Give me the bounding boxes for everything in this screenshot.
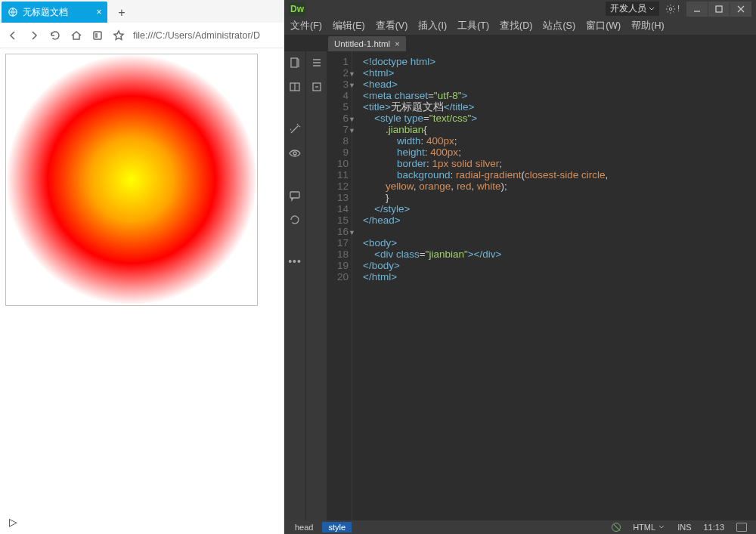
dreamweaver-window: Dw 开发人员 ! 文件(F)编辑(E)查看(V)插入(I)工具(T)查找(D)… — [284, 0, 756, 534]
browser-tabbar: 无标题文档 × + — [0, 0, 284, 23]
status-ins[interactable]: INS — [673, 523, 696, 532]
browser-page: ▷ — [0, 48, 284, 534]
menu-item[interactable]: 文件(F) — [290, 20, 322, 32]
menu-item[interactable]: 查找(D) — [500, 20, 532, 32]
gradient-box — [5, 54, 258, 306]
file-tab[interactable]: Untitled-1.html × — [328, 36, 406, 51]
back-button[interactable] — [6, 29, 20, 42]
browser-toolbar: file:///C:/Users/Administrator/D — [0, 23, 284, 48]
browser-window: 无标题文档 × + file:///C:/Users/Administrator… — [0, 0, 284, 534]
reload-button[interactable] — [48, 29, 62, 42]
star-icon[interactable] — [112, 29, 125, 42]
browser-tab-title: 无标题文档 — [23, 6, 68, 19]
home-button[interactable] — [70, 29, 83, 42]
dev-cursor-icon: ▷ — [9, 516, 17, 528]
list-icon[interactable] — [310, 56, 324, 69]
file-tab-label: Untitled-1.html — [334, 39, 390, 48]
file-tabs: Untitled-1.html × — [284, 35, 756, 51]
status-pos: 11:13 — [699, 523, 729, 532]
globe-icon — [8, 7, 18, 17]
file-tab-close-icon[interactable]: × — [395, 39, 399, 48]
url-text[interactable]: file:///C:/Users/Administrator/D — [133, 30, 260, 41]
menu-item[interactable]: 工具(T) — [457, 20, 489, 32]
forward-button[interactable] — [27, 29, 41, 42]
more-tools-icon[interactable]: ••• — [288, 255, 302, 267]
workspace-switcher[interactable]: 开发人员 — [606, 2, 659, 16]
browser-tab[interactable]: 无标题文档 × — [2, 2, 107, 23]
reader-button[interactable] — [91, 29, 104, 42]
svg-rect-4 — [291, 58, 297, 67]
new-tab-button[interactable]: + — [112, 3, 132, 23]
status-errors-icon[interactable] — [607, 523, 625, 532]
eye-icon[interactable] — [288, 147, 302, 160]
dw-titlebar: Dw 开发人员 ! — [284, 0, 756, 17]
svg-point-2 — [669, 8, 672, 11]
crumb-style[interactable]: style — [322, 522, 352, 532]
menubar: 文件(F)编辑(E)查看(V)插入(I)工具(T)查找(D)站点(S)窗口(W)… — [284, 17, 756, 35]
wand-icon[interactable] — [288, 122, 302, 136]
dw-logo-icon: Dw — [289, 2, 305, 16]
menu-item[interactable]: 窗口(W) — [586, 20, 621, 32]
menu-item[interactable]: 编辑(E) — [333, 20, 365, 32]
code-editor[interactable]: 12▼3▼456▼7▼8910111213141516▼17181920 <!d… — [327, 51, 756, 520]
split-icon[interactable] — [288, 80, 302, 94]
gutter: 12▼3▼456▼7▼8910111213141516▼17181920 — [327, 51, 352, 520]
svg-point-6 — [293, 152, 296, 155]
refresh-icon[interactable] — [288, 213, 302, 227]
svg-rect-3 — [716, 6, 722, 12]
status-bar: head style HTML INS 11:13 — [284, 520, 756, 534]
code-content[interactable]: <!doctype html><html><head><meta charset… — [352, 51, 756, 520]
editor-area: ••• 12▼3▼456▼7▼8910111213141516▼17181920… — [284, 51, 756, 520]
maximize-button[interactable] — [708, 2, 730, 17]
wrap-icon[interactable] — [310, 80, 324, 94]
svg-rect-7 — [290, 192, 299, 198]
status-preview-icon[interactable] — [732, 523, 751, 532]
tab-close-icon[interactable]: × — [94, 7, 104, 17]
comment-icon[interactable] — [288, 189, 302, 202]
crumb-head[interactable]: head — [289, 522, 319, 532]
file-manage-icon[interactable] — [288, 56, 302, 69]
menu-item[interactable]: 查看(V) — [376, 20, 408, 32]
menu-item[interactable]: 插入(I) — [418, 20, 447, 32]
close-button[interactable] — [730, 2, 751, 17]
menu-item[interactable]: 站点(S) — [543, 20, 575, 32]
sync-settings-button[interactable]: ! — [665, 4, 680, 14]
left-tool-column: ••• — [284, 51, 305, 520]
workspace-label: 开发人员 — [610, 2, 646, 15]
menu-item[interactable]: 帮助(H) — [631, 20, 664, 32]
left-tool-column-2 — [305, 51, 327, 520]
minimize-button[interactable] — [686, 2, 708, 17]
status-lang[interactable]: HTML — [628, 523, 670, 532]
window-buttons — [686, 2, 751, 17]
